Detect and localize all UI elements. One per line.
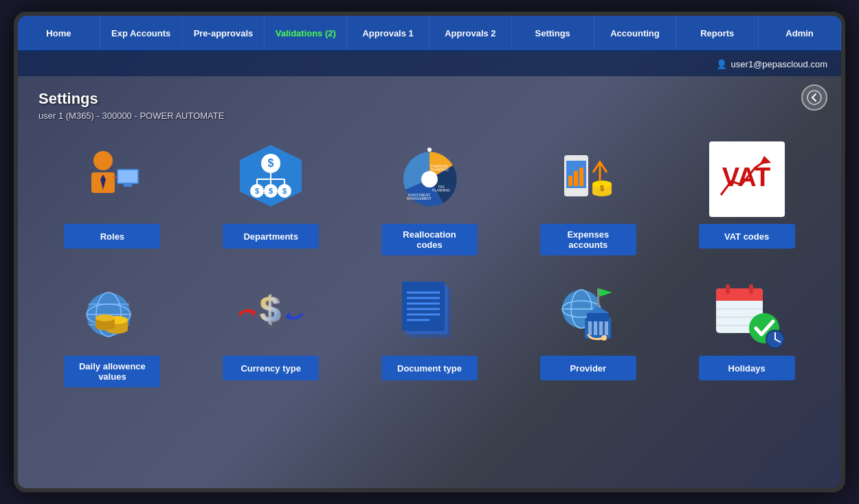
svg-rect-77 (588, 321, 592, 335)
user-email: user1@pepascloud.com (731, 59, 827, 69)
navbar: Home Exp Accounts Pre-approvals Validati… (18, 16, 841, 51)
settings-item-departments[interactable]: $ $ $ $ (197, 135, 345, 255)
svg-point-1 (93, 151, 113, 170)
svg-marker-58 (285, 312, 291, 320)
settings-item-allowance[interactable]: Daily allowence values (38, 266, 186, 387)
svg-point-29 (427, 148, 432, 152)
allowance-icon (74, 273, 150, 349)
currency-label[interactable]: Currency type (223, 356, 319, 380)
settings-item-roles[interactable]: Roles (38, 135, 186, 255)
svg-text:$: $ (600, 184, 604, 192)
reallocation-icon-box: FINANCIAL PLANNING INVESTMENT MANAGEMENT… (381, 135, 478, 224)
svg-rect-61 (402, 282, 445, 331)
screen: Home Exp Accounts Pre-approvals Validati… (18, 16, 841, 488)
svg-point-54 (96, 314, 115, 321)
provider-icon (550, 273, 626, 349)
svg-rect-33 (574, 171, 578, 186)
holidays-label[interactable]: Holidays (699, 356, 795, 380)
nav-exp-accounts[interactable]: Exp Accounts (100, 16, 183, 50)
expenses-icon: $ (550, 141, 626, 217)
svg-point-22 (421, 171, 438, 187)
svg-rect-84 (716, 297, 763, 301)
vat-svg: VAT (711, 144, 783, 216)
page-subtitle: user 1 (M365) - 300000 - POWER AUTOMATE (38, 111, 821, 121)
departments-label[interactable]: Departments (223, 224, 319, 249)
svg-text:$: $ (260, 289, 280, 329)
nav-approvals1[interactable]: Approvals 1 (347, 16, 430, 50)
settings-item-provider[interactable]: Provider (514, 266, 662, 387)
svg-text:$: $ (282, 187, 287, 195)
svg-rect-78 (594, 321, 597, 335)
nav-accounting[interactable]: Accounting (594, 16, 677, 50)
holidays-icon-box (699, 266, 795, 356)
svg-rect-5 (118, 170, 137, 183)
svg-point-0 (807, 91, 821, 104)
provider-label[interactable]: Provider (540, 356, 636, 380)
document-label[interactable]: Document type (381, 356, 478, 380)
holidays-icon (709, 273, 785, 349)
svg-rect-75 (587, 313, 609, 321)
device-frame: Home Exp Accounts Pre-approvals Validati… (14, 12, 845, 492)
reallocation-icon: FINANCIAL PLANNING INVESTMENT MANAGEMENT… (392, 141, 467, 217)
currency-icon: $ $ (233, 273, 309, 349)
svg-rect-32 (568, 176, 572, 186)
svg-text:PLANNING: PLANNING (432, 188, 450, 192)
svg-point-81 (601, 335, 607, 341)
svg-text:PLANNING: PLANNING (431, 168, 449, 172)
svg-text:$: $ (268, 157, 274, 169)
svg-text:$: $ (269, 187, 273, 195)
roles-icon (74, 141, 150, 217)
nav-home[interactable]: Home (18, 16, 100, 50)
roles-label[interactable]: Roles (64, 224, 160, 249)
vat-label[interactable]: VAT codes (699, 224, 795, 249)
nav-admin[interactable]: Admin (759, 16, 841, 50)
user-info: 👤 user1@pepascloud.com (716, 59, 827, 69)
svg-rect-85 (726, 284, 730, 294)
settings-grid: Roles $ (38, 135, 821, 387)
user-icon: 👤 (716, 59, 727, 69)
document-icon-box (381, 266, 478, 356)
vat-box-inner: VAT (709, 141, 785, 217)
back-button[interactable] (801, 84, 827, 111)
svg-text:MANAGEMENT: MANAGEMENT (407, 196, 432, 201)
departments-icon: $ $ $ $ (233, 141, 309, 217)
svg-rect-6 (124, 184, 132, 187)
nav-pre-approvals[interactable]: Pre-approvals (183, 16, 265, 50)
allowance-label[interactable]: Daily allowence values (64, 356, 160, 387)
settings-item-reallocation[interactable]: FINANCIAL PLANNING INVESTMENT MANAGEMENT… (356, 135, 504, 255)
settings-item-document[interactable]: Document type (356, 266, 504, 387)
svg-rect-79 (599, 321, 603, 335)
departments-icon-box: $ $ $ $ (223, 135, 319, 224)
document-icon (392, 273, 467, 349)
vat-icon-box: VAT (699, 135, 795, 224)
settings-item-currency[interactable]: $ $ (197, 266, 345, 387)
reallocation-label[interactable]: Reallocation codes (381, 224, 478, 255)
user-bar: 👤 user1@pepascloud.com (18, 51, 841, 76)
svg-rect-34 (579, 168, 583, 186)
settings-item-vat[interactable]: VAT VAT codes (673, 135, 821, 255)
svg-rect-80 (605, 321, 608, 335)
svg-marker-57 (251, 309, 256, 317)
settings-item-holidays[interactable]: Holidays (673, 266, 821, 387)
allowance-icon-box (64, 266, 160, 356)
settings-item-expenses[interactable]: $ Expenses accounts (514, 135, 662, 255)
provider-icon-box (540, 266, 636, 356)
page-title: Settings (38, 90, 821, 108)
main-content: Settings user 1 (M365) - 300000 - POWER … (18, 76, 841, 401)
svg-text:$: $ (255, 187, 259, 195)
svg-marker-73 (599, 288, 612, 297)
nav-settings[interactable]: Settings (512, 16, 594, 50)
currency-icon-box: $ $ (223, 266, 319, 356)
expenses-icon-box: $ (540, 135, 636, 224)
nav-reports[interactable]: Reports (676, 16, 759, 50)
svg-rect-86 (749, 284, 753, 294)
svg-rect-72 (597, 288, 599, 308)
nav-approvals2[interactable]: Approvals 2 (430, 16, 512, 50)
nav-validations[interactable]: Validations (2) (265, 16, 347, 50)
expenses-label[interactable]: Expenses accounts (540, 224, 636, 255)
roles-icon-box (64, 135, 160, 224)
